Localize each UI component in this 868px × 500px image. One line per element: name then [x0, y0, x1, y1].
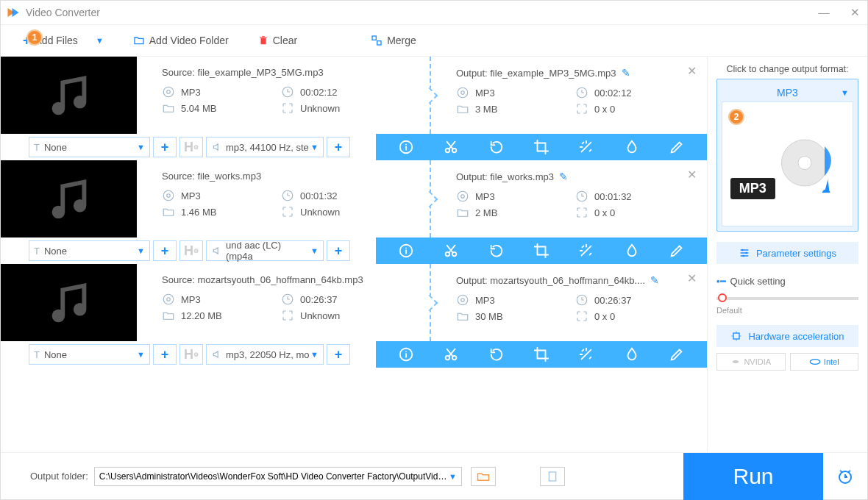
file-manager-button[interactable] [540, 467, 565, 486]
audio-track-select[interactable]: mp3, 44100 Hz, ste▼ [206, 137, 324, 157]
hardware-acceleration-button[interactable]: Hardware acceleration [716, 325, 858, 347]
effects-icon[interactable] [578, 243, 594, 259]
output-filename: Output: file_works.mp3 ✎ [456, 171, 707, 182]
rotate-icon[interactable] [488, 346, 505, 362]
output-folder-path[interactable]: C:\Users\Administrator\Videos\WonderFox … [94, 467, 462, 486]
window-title: Video Converter [26, 7, 100, 18]
output-resolution: 0 x 0 [575, 102, 686, 115]
info-icon[interactable] [398, 139, 414, 155]
minimize-button[interactable]: — [817, 6, 830, 19]
hardsub-button[interactable]: H⚙ [179, 344, 203, 365]
remove-file-button[interactable]: ✕ [687, 271, 697, 285]
output-duration: 00:02:12 [575, 86, 686, 99]
output-format-name: MP3 [777, 87, 798, 99]
add-audio-button[interactable]: + [327, 137, 350, 157]
cut-icon[interactable] [443, 346, 459, 362]
info-icon[interactable] [398, 346, 414, 362]
titlebar: Video Converter — ✕ [1, 1, 867, 24]
cut-icon[interactable] [443, 139, 459, 155]
source-format: MP3 [162, 293, 272, 306]
speaker-icon [211, 246, 223, 256]
edit-icon[interactable] [669, 139, 685, 155]
source-duration: 00:01:32 [281, 189, 391, 202]
svg-point-39 [742, 255, 744, 257]
run-button[interactable]: Run [683, 453, 823, 500]
source-filename: Source: file_example_MP3_5MG.mp3 [162, 67, 430, 78]
watermark-icon[interactable] [624, 243, 640, 259]
source-duration: 00:26:37 [281, 293, 391, 306]
add-audio-button[interactable]: + [327, 240, 350, 261]
rotate-icon[interactable] [488, 243, 505, 259]
document-icon [547, 471, 558, 482]
crop-icon[interactable] [533, 346, 549, 362]
rename-button[interactable]: ✎ [650, 274, 659, 286]
intel-icon [809, 358, 821, 365]
watermark-icon[interactable] [624, 139, 640, 155]
subtitle-select[interactable]: TNone▼ [29, 137, 150, 157]
app-logo-icon [7, 6, 20, 19]
clear-button[interactable]: Clear [258, 35, 297, 46]
add-video-folder-button[interactable]: Add Video Folder [133, 35, 229, 46]
audio-track-select[interactable]: und aac (LC) (mp4a▼ [206, 240, 324, 261]
output-folder-label: Output folder: [30, 471, 88, 482]
rename-button[interactable]: ✎ [622, 67, 630, 79]
file-thumbnail [1, 160, 137, 238]
subtitle-select[interactable]: TNone▼ [29, 344, 150, 365]
svg-point-25 [73, 303, 86, 316]
remove-file-button[interactable]: ✕ [687, 64, 697, 78]
annotation-badge-2: 2 [728, 109, 744, 125]
edit-icon[interactable] [669, 346, 685, 362]
output-duration: 00:01:32 [575, 190, 686, 203]
close-button[interactable]: ✕ [848, 6, 861, 19]
output-duration: 00:26:37 [575, 293, 686, 307]
effects-icon[interactable] [578, 139, 594, 155]
effects-icon[interactable] [578, 346, 594, 362]
chevron-down-icon: ▼ [841, 88, 849, 97]
info-icon[interactable] [398, 243, 414, 259]
file-list: Source: file_example_MP3_5MG.mp3 MP3 00:… [1, 57, 707, 452]
hardsub-button[interactable]: H⚙ [179, 240, 203, 261]
hardsub-button[interactable]: H⚙ [179, 137, 203, 157]
output-format-label: Click to change output format: [716, 64, 858, 74]
output-size: 3 MB [456, 102, 566, 115]
file-row: Source: mozartsyouth_06_hoffmann_64kb.mp… [1, 264, 707, 368]
annotation-badge-1: 1 [26, 29, 43, 46]
quick-setting-label: ▪━ Quick setting [716, 276, 858, 287]
file-row: Source: file_works.mp3 MP3 00:01:32 1.46… [1, 160, 707, 264]
rename-button[interactable]: ✎ [559, 171, 568, 182]
open-folder-button[interactable] [471, 467, 496, 486]
svg-point-41 [810, 360, 819, 365]
merge-button[interactable]: Merge [371, 35, 416, 46]
parameter-settings-button[interactable]: Parameter settings [716, 242, 858, 264]
chip-icon [730, 330, 742, 342]
remove-file-button[interactable]: ✕ [687, 168, 697, 182]
add-subtitle-button[interactable]: + [153, 240, 177, 261]
source-duration: 00:02:12 [281, 85, 391, 99]
svg-point-37 [741, 249, 744, 251]
add-audio-button[interactable]: + [327, 344, 350, 365]
svg-point-27 [167, 298, 171, 301]
trash-icon [258, 35, 268, 46]
output-format-card[interactable]: MP3 ▼ MP3 [716, 79, 858, 232]
add-subtitle-button[interactable]: + [153, 137, 177, 157]
edit-icon[interactable] [669, 243, 685, 259]
watermark-icon[interactable] [624, 346, 640, 362]
output-format: MP3 [456, 86, 566, 99]
main-toolbar: + Add Files ▼ Add Video Folder Clear Mer… [1, 24, 867, 57]
quality-slider[interactable] [716, 297, 858, 300]
alarm-button[interactable] [823, 453, 867, 500]
svg-point-7 [458, 88, 468, 98]
cut-icon[interactable] [443, 243, 459, 259]
rotate-icon[interactable] [488, 139, 505, 155]
square-icon: ▪━ [716, 276, 726, 287]
source-size: 5.04 MB [162, 101, 272, 115]
subtitle-select[interactable]: TNone▼ [29, 240, 150, 261]
audio-track-select[interactable]: mp3, 22050 Hz, mo▼ [206, 344, 324, 365]
chevron-down-icon[interactable]: ▼ [96, 36, 104, 45]
crop-icon[interactable] [533, 139, 549, 155]
add-subtitle-button[interactable]: + [153, 344, 177, 365]
intel-badge: Intel [790, 353, 859, 371]
svg-rect-1 [377, 41, 381, 45]
source-format: MP3 [162, 85, 272, 99]
crop-icon[interactable] [533, 243, 549, 259]
